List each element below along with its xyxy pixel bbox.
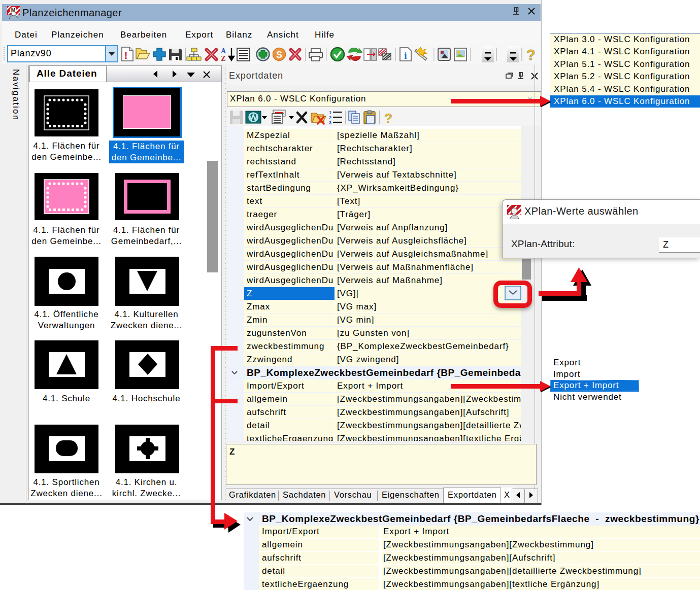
svg-text:Z: Z: [221, 55, 225, 62]
svg-text:1: 1: [329, 110, 331, 115]
svg-text:?: ?: [526, 46, 536, 62]
svg-text:3: 3: [329, 120, 331, 125]
svg-text:S: S: [276, 50, 282, 60]
svg-text:!: !: [124, 50, 128, 61]
svg-text:i: i: [404, 50, 407, 61]
svg-text:A: A: [221, 47, 226, 55]
svg-text:?: ?: [384, 111, 392, 125]
svg-text:2: 2: [329, 115, 331, 120]
